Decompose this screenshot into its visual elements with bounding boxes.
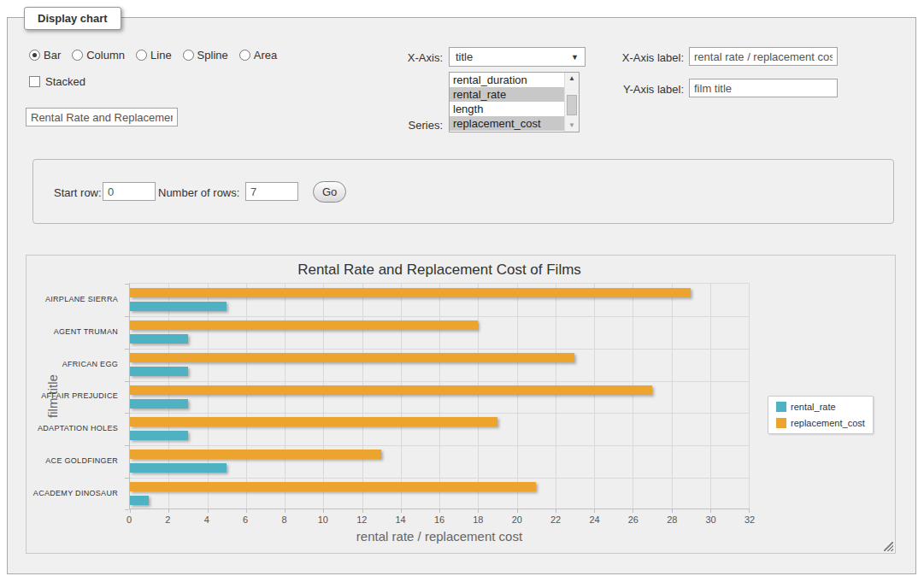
scrollbar-thumb[interactable] bbox=[567, 95, 577, 115]
gridline bbox=[246, 284, 247, 509]
x-axis-label-text: X-Axis label: bbox=[598, 51, 684, 64]
band-separator bbox=[130, 478, 749, 479]
legend-swatch bbox=[776, 418, 786, 428]
gridline bbox=[323, 284, 324, 509]
bar-replacement_cost[interactable] bbox=[130, 353, 574, 362]
gridline bbox=[478, 284, 479, 509]
x-tick-label: 14 bbox=[396, 514, 406, 525]
band-separator bbox=[130, 445, 749, 446]
radio-column[interactable]: Column bbox=[72, 49, 125, 62]
x-tick-label: 28 bbox=[667, 514, 677, 525]
y-tick bbox=[125, 413, 129, 414]
x-tick bbox=[517, 509, 518, 513]
legend-item[interactable]: rental_rate bbox=[776, 402, 865, 412]
x-tick bbox=[362, 509, 363, 513]
plot-area bbox=[129, 283, 750, 509]
rows-panel: Start row: Number of rows: Go bbox=[32, 159, 894, 224]
radio-icon bbox=[239, 50, 250, 61]
chevron-down-icon: ▼ bbox=[571, 53, 579, 62]
radio-line[interactable]: Line bbox=[136, 49, 172, 62]
radio-label: Area bbox=[254, 49, 277, 62]
bar-replacement_cost[interactable] bbox=[130, 320, 478, 330]
x-tick bbox=[749, 509, 750, 513]
y-axis-label-input[interactable] bbox=[689, 79, 838, 97]
category-label: AGENT TRUMAN bbox=[26, 315, 124, 348]
gridline bbox=[633, 284, 633, 509]
category-label: AIRPLANE SIERRA bbox=[26, 283, 124, 315]
radio-bar[interactable]: Bar bbox=[29, 49, 61, 62]
bar-rental_rate[interactable] bbox=[130, 496, 149, 505]
number-of-rows-input[interactable] bbox=[245, 182, 298, 201]
x-tick bbox=[401, 509, 402, 513]
listbox-option[interactable]: rental_duration bbox=[450, 73, 564, 87]
bar-replacement_cost[interactable] bbox=[130, 482, 536, 491]
x-tick bbox=[672, 509, 673, 513]
x-tick-label: 6 bbox=[243, 514, 248, 525]
legend-label: replacement_cost bbox=[791, 418, 865, 428]
bar-rental_rate[interactable] bbox=[130, 302, 227, 311]
band-separator bbox=[130, 381, 749, 382]
legend-item[interactable]: replacement_cost bbox=[776, 418, 865, 428]
listbox-scrollbar[interactable]: ▲ ▼ bbox=[564, 73, 579, 132]
resize-grip-icon[interactable] bbox=[884, 542, 893, 551]
category-label: ACE GOLDFINGER bbox=[26, 444, 124, 477]
legend-label: rental_rate bbox=[791, 402, 836, 412]
scroll-down-icon[interactable]: ▼ bbox=[565, 120, 579, 132]
chart-title-input[interactable] bbox=[26, 108, 178, 126]
bar-rental_rate[interactable] bbox=[130, 399, 188, 409]
bar-rental_rate[interactable] bbox=[130, 431, 188, 440]
listbox-option[interactable]: replacement_cost bbox=[450, 116, 564, 131]
bar-rental_rate[interactable] bbox=[130, 334, 188, 344]
listbox-option[interactable]: length bbox=[450, 102, 564, 116]
x-axis-select-label: X-Axis: bbox=[359, 51, 443, 64]
radio-label: Spline bbox=[197, 49, 228, 62]
x-tick-label: 18 bbox=[473, 514, 483, 525]
radio-icon bbox=[29, 50, 40, 61]
number-of-rows-label: Number of rows: bbox=[158, 186, 239, 199]
start-row-input[interactable] bbox=[103, 182, 156, 201]
gridline bbox=[594, 284, 595, 509]
category-label: ACADEMY DINOSAUR bbox=[26, 477, 124, 509]
x-axis-label-input[interactable] bbox=[689, 47, 838, 66]
radio-label: Line bbox=[150, 49, 172, 62]
x-tick bbox=[208, 509, 209, 513]
x-tick bbox=[130, 509, 131, 513]
fieldset-legend-tab: Display chart bbox=[24, 7, 121, 30]
category-label: AFFAIR PREJUDICE bbox=[26, 380, 124, 413]
y-tick bbox=[125, 509, 129, 510]
stacked-checkbox[interactable]: Stacked bbox=[29, 75, 85, 88]
bar-rental_rate[interactable] bbox=[130, 367, 188, 376]
y-tick bbox=[125, 284, 129, 285]
x-tick-label: 8 bbox=[281, 514, 286, 525]
start-row-label: Start row: bbox=[54, 186, 102, 199]
x-axis-select[interactable]: title ▼ bbox=[449, 47, 586, 67]
x-tick-label: 4 bbox=[204, 514, 209, 525]
band-separator bbox=[130, 349, 749, 350]
x-tick-label: 10 bbox=[318, 514, 328, 525]
x-tick-label: 16 bbox=[434, 514, 444, 525]
x-tick bbox=[439, 509, 440, 513]
radio-spline[interactable]: Spline bbox=[183, 49, 228, 62]
radio-icon bbox=[72, 50, 83, 61]
x-tick-label: 32 bbox=[744, 514, 755, 525]
scroll-up-icon[interactable]: ▲ bbox=[565, 73, 579, 85]
gridline bbox=[672, 284, 673, 509]
bar-replacement_cost[interactable] bbox=[130, 450, 381, 459]
listbox-option[interactable]: rental_rate bbox=[450, 87, 564, 102]
bar-replacement_cost[interactable] bbox=[130, 385, 652, 395]
radio-label: Bar bbox=[44, 49, 61, 62]
bar-replacement_cost[interactable] bbox=[130, 288, 691, 297]
radio-area[interactable]: Area bbox=[239, 49, 277, 62]
go-button[interactable]: Go bbox=[313, 181, 346, 203]
bar-replacement_cost[interactable] bbox=[130, 417, 497, 426]
category-label: AFRICAN EGG bbox=[26, 348, 124, 380]
radio-label: Column bbox=[86, 49, 125, 62]
stacked-label: Stacked bbox=[45, 75, 85, 88]
x-tick-label: 2 bbox=[165, 514, 170, 525]
y-axis-label-text: Y-Axis label: bbox=[598, 83, 684, 96]
bar-rental_rate[interactable] bbox=[130, 463, 227, 473]
series-listbox[interactable]: rental_durationrental_ratelengthreplacem… bbox=[449, 72, 580, 132]
x-tick-label: 30 bbox=[706, 514, 716, 525]
x-tick bbox=[168, 509, 169, 513]
chart-panel: Rental Rate and Replacement Cost of Film… bbox=[26, 255, 896, 554]
